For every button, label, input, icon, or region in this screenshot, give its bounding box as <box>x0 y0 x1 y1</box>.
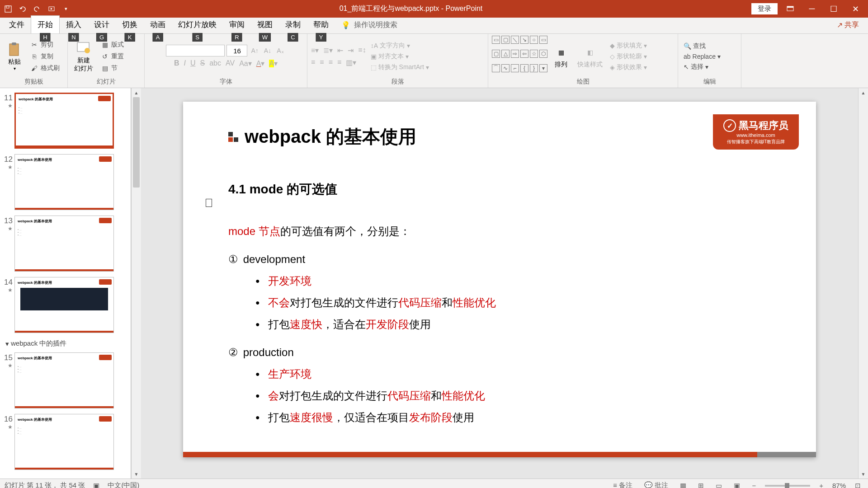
shape-oval-icon[interactable]: ○ <box>530 36 538 44</box>
reset-button[interactable]: ↺重置 <box>99 51 126 62</box>
menu-transitions[interactable]: 切换K <box>116 16 144 33</box>
menu-view[interactable]: 视图W <box>251 16 279 33</box>
thumbnail-item[interactable]: 16★webpack 的基本使用• ...• ...• ... <box>0 412 131 474</box>
zoom-out-icon[interactable]: − <box>749 481 759 488</box>
shape-rect3-icon[interactable]: ▭ <box>539 36 547 44</box>
text-direction-button[interactable]: ↕A文字方向▾ <box>369 41 431 51</box>
shape-tri-icon[interactable]: △ <box>501 50 509 58</box>
copy-button[interactable]: ⎘复制 <box>28 51 61 62</box>
line-spacing-icon[interactable]: ≡↕ <box>358 46 366 55</box>
align-left-icon[interactable]: ≡ <box>311 58 315 67</box>
menu-animations[interactable]: 动画A <box>144 16 172 33</box>
menu-record[interactable]: 录制C <box>279 16 307 33</box>
slide-scrollbar[interactable]: ▲ ▼ <box>858 88 868 479</box>
tell-me-search[interactable]: 💡操作说明搜索 <box>335 17 404 33</box>
replace-button[interactable]: abReplace▾ <box>682 52 722 61</box>
scroll-down-icon[interactable]: ▼ <box>132 469 141 479</box>
shape-rect-icon[interactable]: ▭ <box>492 36 500 44</box>
thumb-preview[interactable]: webpack 的基本使用• ...• ...• ... <box>14 154 114 210</box>
paste-button[interactable]: 粘贴▾ <box>4 36 25 77</box>
section-button[interactable]: ▤节 <box>99 63 126 74</box>
shape-outline-button[interactable]: ◇形状轮廓▾ <box>608 52 649 61</box>
slide-counter[interactable]: 幻灯片 第 11 张， 共 54 张 <box>5 481 85 488</box>
menu-review[interactable]: 审阅R <box>223 16 251 33</box>
menu-insert[interactable]: 插入N <box>60 16 88 33</box>
normal-view-icon[interactable]: ▦ <box>677 481 689 488</box>
shape-brace2-icon[interactable]: } <box>530 64 538 72</box>
align-text-button[interactable]: ▣对齐文本▾ <box>369 52 431 61</box>
change-case-icon[interactable]: Aa▾ <box>239 59 252 68</box>
thumb-preview[interactable]: webpack 的基本使用• ...• ...• ... <box>14 93 114 149</box>
shape-fill-button[interactable]: ◆形状填充▾ <box>608 41 649 51</box>
shape-connector-icon[interactable]: ⌐ <box>511 64 519 72</box>
bullets-icon[interactable]: ≡▾ <box>311 46 319 55</box>
slide-body[interactable]: mode 节点的可选值有两个，分别是：① development●开发环境●不会… <box>228 221 771 428</box>
align-center-icon[interactable]: ≡ <box>320 58 324 67</box>
arrange-button[interactable]: ▦排列 <box>550 36 572 77</box>
shape-curve-icon[interactable]: ⌒ <box>492 64 500 72</box>
new-slide-button[interactable]: 新建 幻灯片 <box>71 36 96 77</box>
slide-scroll-up-icon[interactable]: ▲ <box>859 88 868 97</box>
zoom-level[interactable]: 87% <box>832 482 846 488</box>
qat-customize-icon[interactable]: ▾ <box>61 5 71 14</box>
shape-curve2-icon[interactable]: ∿ <box>501 64 509 72</box>
ribbon-display-icon[interactable] <box>781 2 799 16</box>
shape-arrow-icon[interactable]: ⇨ <box>511 50 519 58</box>
columns-icon[interactable]: ▥▾ <box>346 58 356 67</box>
maximize-icon[interactable]: ☐ <box>825 2 843 16</box>
menu-design[interactable]: 设计G <box>88 16 116 33</box>
menu-help[interactable]: 帮助Y <box>307 16 335 33</box>
scroll-up-icon[interactable]: ▲ <box>132 88 141 97</box>
thumbnail-item[interactable]: 14★webpack 的基本使用 <box>0 275 131 337</box>
shape-star-icon[interactable]: ☆ <box>530 50 538 58</box>
notes-button[interactable]: ≡ 备注 <box>610 480 635 488</box>
reading-view-icon[interactable]: ▭ <box>713 481 725 488</box>
justify-icon[interactable]: ≡ <box>337 58 341 67</box>
language-indicator[interactable]: 中文(中国) <box>108 481 139 488</box>
start-from-beginning-icon[interactable] <box>47 5 56 14</box>
strikethrough-icon[interactable]: S <box>200 59 205 68</box>
section-header[interactable]: ▾webpack 中的插件 <box>0 337 131 351</box>
thumbnail-panel[interactable]: 11★webpack 的基本使用• ...• ...• ...12★webpac… <box>0 88 131 479</box>
format-painter-button[interactable]: 🖌格式刷 <box>28 63 61 74</box>
shape-hex-icon[interactable]: ⬡ <box>539 50 547 58</box>
sorter-view-icon[interactable]: ⊞ <box>695 481 707 488</box>
font-color-icon[interactable]: A▾ <box>256 59 265 68</box>
zoom-slider[interactable] <box>765 485 810 487</box>
menu-slideshow[interactable]: 幻灯片放映S <box>172 16 223 33</box>
underline-icon[interactable]: U <box>190 59 196 68</box>
close-icon[interactable]: ✕ <box>846 2 864 16</box>
shape-brace-icon[interactable]: { <box>520 64 528 72</box>
slideshow-view-icon[interactable]: ▣ <box>731 481 743 488</box>
shape-more-icon[interactable]: ▾ <box>539 64 547 72</box>
comments-button[interactable]: 💬 批注 <box>642 480 671 488</box>
numbering-icon[interactable]: ≣▾ <box>323 46 333 55</box>
shapes-gallery[interactable]: ▭ ▢ ＼ ↘ ○ ▭ ▢ △ ⇨ ⇦ ☆ ⬡ ⌒ ∿ ⌐ { } ▾ <box>492 36 547 77</box>
undo-icon[interactable] <box>18 5 27 14</box>
menu-home[interactable]: 开始H <box>31 15 60 33</box>
find-button[interactable]: 🔍查找 <box>682 41 722 51</box>
bold-icon[interactable]: B <box>174 59 179 68</box>
scrollbar-thumb[interactable] <box>133 97 140 188</box>
thumbnail-item[interactable]: 13★webpack 的基本使用• ...• ...• ... <box>0 214 131 275</box>
login-button[interactable]: 登录 <box>751 3 778 14</box>
font-name-input[interactable] <box>166 45 225 56</box>
thumb-preview[interactable]: webpack 的基本使用 <box>14 277 114 333</box>
menu-file[interactable]: 文件 <box>3 16 31 33</box>
shape-arrow2-icon[interactable]: ⇦ <box>520 50 528 58</box>
thumb-preview[interactable]: webpack 的基本使用• ...• ...• ... <box>14 414 114 470</box>
slide-canvas[interactable]: ✓黑马程序员 www.itheima.com 传智播客旗下高端IT教育品牌 we… <box>183 102 816 457</box>
shadow-icon[interactable]: abc <box>209 59 221 68</box>
highlight-icon[interactable]: A▾ <box>269 59 278 68</box>
thumbnail-scrollbar[interactable]: ▲ ▼ <box>131 88 141 479</box>
thumb-preview[interactable]: webpack 的基本使用• ...• ...• ... <box>14 352 114 408</box>
save-icon[interactable] <box>4 5 13 14</box>
smartart-button[interactable]: ⬚转换为 SmartArt▾ <box>369 62 431 72</box>
spacing-icon[interactable]: AV <box>226 59 235 68</box>
slide-subtitle[interactable]: 4.1 mode 的可选值 <box>228 181 771 198</box>
shape-effects-button[interactable]: ◈形状效果▾ <box>608 62 649 72</box>
slide-title[interactable]: webpack 的基本使用 <box>245 124 416 149</box>
spell-check-icon[interactable]: ▣ <box>93 482 99 488</box>
thumbnail-item[interactable]: 15★webpack 的基本使用• ...• ...• ... <box>0 351 131 412</box>
increase-font-icon[interactable]: A↑ <box>249 46 260 55</box>
